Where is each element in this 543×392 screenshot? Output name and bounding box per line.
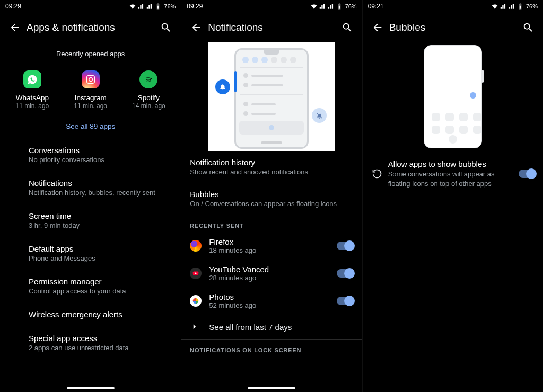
page-title: Bubbles <box>389 22 516 33</box>
back-button[interactable] <box>3 16 27 39</box>
google-photos-icon <box>190 295 202 307</box>
app-name: Firefox <box>209 237 312 246</box>
svg-point-2 <box>92 77 93 78</box>
wifi-icon <box>129 3 136 10</box>
spotify-icon <box>139 70 157 88</box>
search-button[interactable] <box>154 16 178 39</box>
toggle-allow-bubbles[interactable] <box>519 170 536 178</box>
setting-conversations[interactable]: Conversations No priority conversations <box>0 138 181 171</box>
setting-default-apps[interactable]: Default apps Phone and Messages <box>0 237 181 270</box>
toggle-firefox[interactable] <box>337 242 354 250</box>
status-bar: 09:29 76% <box>0 0 181 13</box>
toggle-photos[interactable] <box>337 297 354 305</box>
divider <box>325 293 325 309</box>
setting-permission-manager[interactable]: Permission manager Control app access to… <box>0 270 181 302</box>
recently-opened-label: Recently opened apps <box>0 42 181 63</box>
reset-button[interactable] <box>370 168 384 179</box>
app-subtext: 52 minutes ago <box>209 301 312 309</box>
setting-title: Notification history <box>190 158 353 167</box>
setting-subtitle: 3 hr, 9 min today <box>29 221 172 229</box>
status-time: 09:29 <box>5 3 21 10</box>
arrow-left-icon <box>9 22 21 33</box>
svg-point-1 <box>89 78 92 82</box>
setting-wireless-emergency[interactable]: Wireless emergency alerts <box>0 302 181 326</box>
notifications-illustration <box>208 42 335 151</box>
see-all-recent-link[interactable]: See all from last 7 days <box>181 315 362 339</box>
page-title: Notifications <box>208 22 335 33</box>
recently-sent-label: RECENTLY SENT <box>181 215 362 232</box>
recent-app-spotify[interactable]: Spotify 14 min. ago <box>122 70 175 110</box>
svg-rect-0 <box>86 76 94 84</box>
signal-icon <box>319 3 326 10</box>
gesture-bar[interactable] <box>248 387 295 389</box>
setting-subtitle: Show recent and snoozed notifications <box>190 168 353 176</box>
setting-screen-time[interactable]: Screen time 3 hr, 9 min today <box>0 204 181 237</box>
recent-app-subtext: 14 min. ago <box>122 102 175 110</box>
recent-notif-photos[interactable]: Photos 52 minutes ago <box>181 287 362 315</box>
setting-title: Default apps <box>29 244 172 253</box>
setting-title: Wireless emergency alerts <box>29 310 172 319</box>
recent-app-subtext: 11 min. ago <box>6 102 59 110</box>
back-button[interactable] <box>366 16 389 39</box>
divider <box>325 238 325 254</box>
setting-title: Allow apps to show bubbles <box>388 159 513 168</box>
recent-app-name: WhatsApp <box>6 94 59 102</box>
instagram-icon <box>82 70 100 88</box>
setting-bubbles[interactable]: Bubbles On / Conversations can appear as… <box>181 183 362 215</box>
signal-icon <box>146 3 153 10</box>
recent-app-name: Spotify <box>122 94 175 102</box>
search-button[interactable] <box>516 16 540 39</box>
page-title: Apps & notifications <box>27 22 154 33</box>
setting-subtitle: Notification history, bubbles, recently … <box>29 189 172 197</box>
screen-notifications: 09:29 76% Notifications <box>181 0 362 392</box>
setting-title: Special app access <box>29 334 172 343</box>
wifi-icon <box>310 3 318 10</box>
recent-app-subtext: 11 min. ago <box>64 102 117 110</box>
search-button[interactable] <box>336 16 359 39</box>
setting-title: Permission manager <box>29 277 172 286</box>
setting-special-app-access[interactable]: Special app access 2 apps can use unrest… <box>0 326 181 359</box>
status-time: 09:29 <box>187 3 203 10</box>
battery-icon <box>336 3 343 10</box>
recent-app-instagram[interactable]: Instagram 11 min. ago <box>64 70 117 110</box>
setting-subtitle: On / Conversations can appear as floatin… <box>190 200 353 208</box>
search-icon <box>522 22 534 33</box>
battery-icon <box>154 3 162 10</box>
setting-title: Notifications <box>29 179 172 188</box>
recent-notif-firefox[interactable]: Firefox 18 minutes ago <box>181 232 362 260</box>
status-bar: 09:21 76% <box>363 0 543 13</box>
setting-notifications[interactable]: Notifications Notification history, bubb… <box>0 171 181 204</box>
see-all-apps-link[interactable]: See all 89 apps <box>0 112 181 138</box>
setting-title: Screen time <box>29 211 172 220</box>
arrow-left-icon <box>372 22 383 33</box>
youtube-vanced-icon <box>190 268 202 279</box>
recent-notif-youtube-vanced[interactable]: YouTube Vanced 28 minutes ago <box>181 260 362 287</box>
app-subtext: 28 minutes ago <box>209 274 312 282</box>
battery-label: 76% <box>164 3 176 10</box>
recent-apps-row: WhatsApp 11 min. ago Instagram 11 min. a… <box>0 63 181 112</box>
setting-allow-bubbles[interactable]: Allow apps to show bubbles Some conversa… <box>363 151 543 197</box>
see-all-label: See all from last 7 days <box>209 323 292 332</box>
app-header: Bubbles <box>363 13 543 42</box>
back-button[interactable] <box>185 16 208 39</box>
divider <box>325 265 325 281</box>
app-header: Apps & notifications <box>0 13 181 42</box>
setting-notification-history[interactable]: Notification history Show recent and sno… <box>181 151 362 183</box>
search-icon <box>341 22 353 33</box>
recent-app-whatsapp[interactable]: WhatsApp 11 min. ago <box>6 70 59 110</box>
arrow-left-icon <box>190 22 202 33</box>
toggle-youtube-vanced[interactable] <box>337 269 354 278</box>
setting-title: Bubbles <box>190 190 353 199</box>
battery-label: 76% <box>345 3 357 10</box>
whatsapp-icon <box>23 70 41 88</box>
search-icon <box>160 22 172 33</box>
app-header: Notifications <box>181 13 362 42</box>
app-name: YouTube Vanced <box>209 265 312 274</box>
bubbles-illustration <box>418 42 487 151</box>
setting-title: Conversations <box>29 146 172 155</box>
gesture-bar[interactable] <box>67 387 115 389</box>
setting-subtitle: No priority conversations <box>29 156 172 164</box>
signal-icon <box>137 3 145 10</box>
setting-subtitle: Some conversations will appear as floati… <box>388 170 513 188</box>
firefox-icon <box>190 240 202 252</box>
